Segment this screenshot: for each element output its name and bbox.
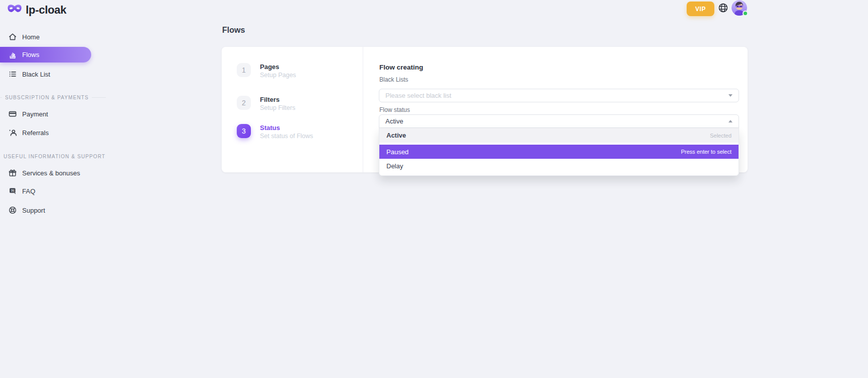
sidebar-item-services-bonuses[interactable]: Services & bonuses bbox=[0, 165, 101, 180]
option-hint: Selected bbox=[710, 133, 731, 139]
step-title: Status bbox=[260, 124, 313, 132]
step-subtitle: Set status of Flows bbox=[260, 133, 313, 140]
option-delay[interactable]: Delay bbox=[379, 159, 739, 173]
chevron-down-icon bbox=[728, 94, 732, 97]
sidebar-item-label: Payment bbox=[22, 110, 48, 118]
panel-title: Flow creating bbox=[379, 64, 423, 71]
flow-status-label: Flow status bbox=[379, 106, 410, 113]
option-hint: Press enter to select bbox=[681, 149, 731, 155]
brand-name: lp-cloak bbox=[26, 4, 66, 17]
option-active[interactable]: Active Selected bbox=[379, 128, 739, 143]
step-number: 3 bbox=[237, 124, 251, 138]
language-globe-icon[interactable] bbox=[717, 2, 728, 13]
step-title: Filters bbox=[260, 96, 295, 103]
flow-status-dropdown: Active Selected Paused Press enter to se… bbox=[379, 128, 739, 176]
vip-badge[interactable]: VIP bbox=[687, 2, 714, 16]
sidebar-section-useful-info: USEFUL INFORMATION & SUPPORT bbox=[0, 153, 106, 160]
flows-stack-icon bbox=[8, 50, 17, 59]
sidebar-item-label: Flows bbox=[22, 51, 39, 58]
faq-bubble-icon: ?! bbox=[8, 186, 17, 196]
sidebar-item-flows[interactable]: Flows bbox=[0, 47, 91, 62]
step-number: 1 bbox=[237, 63, 251, 77]
wizard-step-pages[interactable]: 1 Pages Setup Pages bbox=[237, 63, 296, 79]
brand-logo[interactable]: lp-cloak bbox=[7, 4, 66, 17]
option-label: Delay bbox=[386, 162, 403, 170]
divider bbox=[92, 97, 106, 98]
app-window: lp-cloak Home Flows Black Lis bbox=[0, 0, 868, 378]
sidebar-section-subscription: SUBSCRIPTION & PAYMENTS bbox=[0, 94, 106, 101]
mask-icon bbox=[7, 4, 22, 17]
user-avatar[interactable] bbox=[731, 0, 747, 16]
divider bbox=[0, 97, 2, 98]
black-lists-select[interactable]: Please select black list bbox=[379, 89, 739, 102]
black-lists-label: Black Lists bbox=[379, 76, 408, 83]
sidebar-item-home[interactable]: Home bbox=[0, 29, 101, 44]
lifebuoy-icon bbox=[8, 206, 17, 215]
gift-icon bbox=[8, 168, 17, 177]
section-label: SUBSCRIPTION & PAYMENTS bbox=[5, 95, 89, 100]
sidebar-item-label: Black List bbox=[22, 71, 50, 78]
wizard-step-status[interactable]: 3 Status Set status of Flows bbox=[237, 124, 313, 140]
option-paused[interactable]: Paused Press enter to select bbox=[379, 145, 739, 159]
sidebar-item-label: Support bbox=[22, 207, 45, 214]
list-icon bbox=[8, 70, 17, 79]
step-subtitle: Setup Filters bbox=[260, 104, 295, 111]
sidebar-item-label: Referrals bbox=[22, 129, 49, 137]
sidebar-item-faq[interactable]: ?! FAQ bbox=[0, 183, 101, 199]
sidebar-item-payment[interactable]: Payment bbox=[0, 106, 101, 121]
step-subtitle: Setup Pages bbox=[260, 72, 296, 79]
divider bbox=[363, 47, 363, 172]
sidebar-item-label: FAQ bbox=[22, 187, 35, 195]
step-title: Pages bbox=[260, 63, 296, 71]
online-status-dot bbox=[743, 11, 748, 16]
black-lists-placeholder: Please select black list bbox=[385, 92, 451, 99]
flow-status-select[interactable]: Active bbox=[379, 114, 739, 128]
option-label: Active bbox=[386, 132, 406, 139]
flow-status-value: Active bbox=[385, 117, 403, 125]
svg-text:?!: ?! bbox=[11, 188, 14, 193]
referral-user-icon bbox=[8, 128, 17, 137]
sidebar-item-label: Services & bonuses bbox=[22, 169, 80, 177]
wizard-step-filters[interactable]: 2 Filters Setup Filters bbox=[237, 96, 295, 111]
home-icon bbox=[8, 32, 17, 41]
option-label: Paused bbox=[386, 148, 409, 156]
credit-card-icon bbox=[8, 109, 17, 118]
sidebar-item-label: Home bbox=[22, 33, 40, 41]
step-number: 2 bbox=[237, 96, 251, 110]
section-label: USEFUL INFORMATION & SUPPORT bbox=[4, 154, 105, 159]
sidebar-item-referrals[interactable]: Referrals bbox=[0, 125, 101, 140]
page-title: Flows bbox=[222, 26, 245, 35]
chevron-up-icon bbox=[728, 120, 732, 122]
sidebar-item-black-list[interactable]: Black List bbox=[0, 67, 101, 82]
sidebar-item-support[interactable]: Support bbox=[0, 203, 101, 218]
